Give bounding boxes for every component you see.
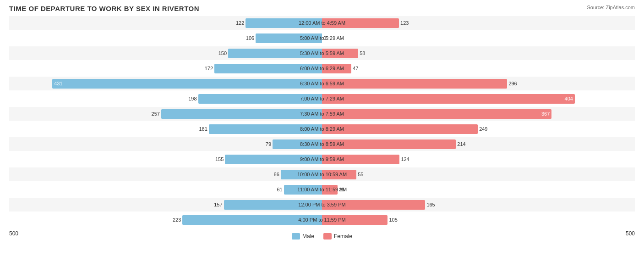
table-row: 7:30 AM to 7:59 AM257367 [9,107,635,121]
row-time-label: 9:00 AM to 9:59 AM [300,156,344,162]
table-row: 5:30 AM to 5:59 AM15058 [9,46,635,60]
val-female: 404 [565,96,573,101]
row-time-label: 12:00 PM to 3:59 PM [298,202,345,207]
row-time-label: 7:00 AM to 7:29 AM [300,96,344,101]
legend: Male Female [292,233,352,240]
row-time-label: 8:00 AM to 8:29 AM [300,126,344,132]
table-row: 5:00 AM to 5:29 AM1060 [9,31,635,45]
val-male: 79 [266,141,271,147]
val-male: 155 [215,156,224,162]
bar-male [52,79,322,89]
row-time-label: 5:30 AM to 5:59 AM [300,50,344,56]
val-female: 55 [358,172,363,177]
table-row: 8:30 AM to 8:59 AM79214 [9,137,635,151]
val-male: 122 [236,20,244,26]
legend-male: Male [292,233,314,240]
table-row: 4:00 PM to 11:59 PM223105 [9,213,635,227]
val-female: 105 [389,217,397,223]
val-female: 47 [353,66,358,71]
row-time-label: 8:30 AM to 8:59 AM [300,141,344,147]
val-male: 431 [54,81,62,86]
chart-container: TIME OF DEPARTURE TO WORK BY SEX IN RIVE… [0,0,644,273]
val-female: 0 [323,35,326,41]
row-time-label: 6:30 AM to 6:59 AM [300,81,344,86]
val-male: 172 [205,66,213,71]
legend-female-box [323,233,332,240]
row-time-label: 12:00 AM to 4:59 AM [299,20,345,26]
val-male: 257 [152,111,160,117]
legend-male-box [292,233,300,240]
val-female: 123 [400,20,409,26]
legend-male-label: Male [302,233,314,240]
val-female: 124 [401,156,409,162]
source-text: Source: ZipAtlas.com [587,5,635,10]
val-male: 198 [188,96,196,101]
row-time-label: 5:00 AM to 5:29 AM [300,35,344,41]
table-row: 12:00 PM to 3:59 PM157165 [9,198,635,212]
val-male: 157 [214,202,222,207]
row-time-label: 10:00 AM to 10:59 AM [297,172,347,177]
chart-area: 12:00 AM to 4:59 AM1221235:00 AM to 5:29… [9,16,635,229]
row-time-label: 4:00 PM to 11:59 PM [298,217,345,223]
val-female: 214 [457,141,465,147]
val-male: 181 [199,126,207,132]
bar-female [322,109,551,119]
table-row: 11:00 AM to 11:59 AM6125 [9,183,635,196]
table-row: 9:00 AM to 9:59 AM155124 [9,152,635,166]
axis-label-right: 500 [626,230,635,240]
table-row: 10:00 AM to 10:59 AM6655 [9,167,635,181]
val-female: 296 [508,81,517,86]
bar-female [322,94,575,104]
table-row: 8:00 AM to 8:29 AM181249 [9,122,635,136]
bar-male [161,109,322,119]
val-female: 249 [479,126,487,132]
val-male: 66 [274,172,279,177]
table-row: 12:00 AM to 4:59 AM122123 [9,16,635,30]
legend-female: Female [323,233,352,240]
val-female: 367 [541,111,550,117]
val-male: 150 [218,50,227,56]
row-time-label: 7:30 AM to 7:59 AM [300,111,344,117]
table-row: 7:00 AM to 7:29 AM198404 [9,92,635,106]
row-time-label: 6:00 AM to 6:29 AM [300,66,344,71]
table-row: 6:30 AM to 6:59 AM431296 [9,77,635,90]
axis-label-left: 500 [9,230,18,240]
val-female: 25 [339,187,344,192]
val-female: 165 [426,202,435,207]
val-male: 223 [173,217,181,223]
table-row: 6:00 AM to 6:29 AM17247 [9,61,635,75]
val-female: 58 [360,50,365,56]
val-male: 61 [277,187,282,192]
legend-female-label: Female [334,233,352,240]
val-male: 106 [246,35,254,41]
bar-female [322,79,507,89]
bar-female [322,124,478,134]
chart-title: TIME OF DEPARTURE TO WORK BY SEX IN RIVE… [9,5,635,12]
